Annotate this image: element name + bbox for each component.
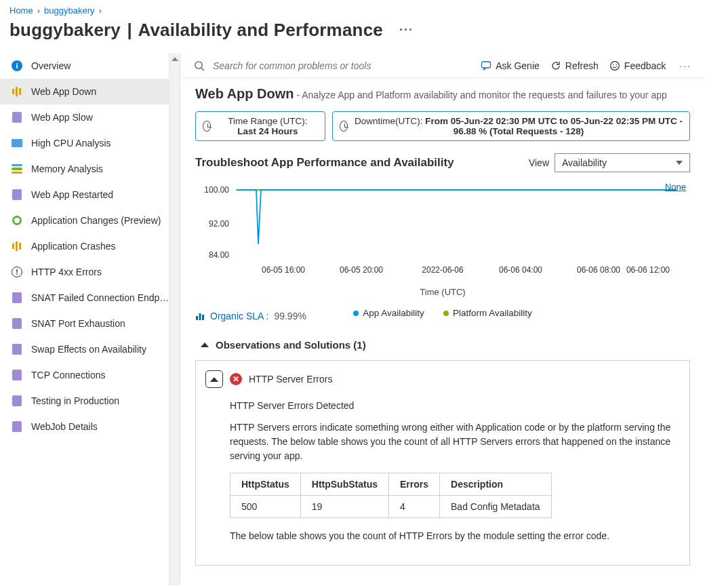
view-value: Availability	[562, 157, 607, 168]
cell-httpstatus: 500	[230, 496, 301, 518]
chart-none-link[interactable]: None	[665, 182, 686, 192]
sidebar-item-restarted[interactable]: Web App Restarted	[0, 182, 169, 208]
title-section: Availability and Performance	[138, 20, 383, 40]
chart-xlabel: Time (UTC)	[195, 287, 690, 297]
smile-icon	[609, 60, 620, 71]
sidebar-item-web-app-down[interactable]: Web App Down	[0, 79, 169, 104]
svg-point-5	[616, 64, 617, 66]
sidebar-item-label: Web App Restarted	[31, 189, 113, 200]
chevron-up-icon	[201, 342, 209, 347]
sidebar-item-label: WebJob Details	[31, 421, 98, 432]
observation-text: HTTP Servers errors indicate something w…	[230, 420, 680, 463]
bars-icon	[11, 240, 23, 252]
svg-point-0	[195, 62, 202, 68]
svg-rect-2	[482, 62, 491, 68]
tile-icon	[11, 292, 23, 304]
svg-point-3	[611, 62, 620, 71]
table-header: Description	[440, 473, 552, 496]
sidebar-item-label: TCP Connections	[31, 370, 105, 380]
time-range-label: Time Range (UTC):	[228, 116, 307, 126]
sidebar-item-snat-port[interactable]: SNAT Port Exhaustion	[0, 311, 169, 336]
breadcrumb-item[interactable]: buggybakery	[44, 5, 94, 16]
sidebar-item-label: Testing in Production	[31, 395, 119, 406]
bars-icon	[11, 85, 23, 98]
legend-app: App Availability	[363, 308, 424, 318]
observation-title: HTTP Server Errors	[249, 374, 332, 385]
availability-chart: None 100.00 92.00 84.00 06-05 16:00 06-0…	[195, 178, 690, 286]
observations-title: Observations and Solutions (1)	[216, 339, 366, 351]
sidebar-item-high-cpu[interactable]: High CPU Analysis	[0, 130, 169, 156]
more-icon[interactable]: ···	[392, 23, 414, 37]
sidebar-item-snat-failed[interactable]: SNAT Failed Connection Endp…	[0, 285, 169, 311]
tile-icon	[11, 111, 23, 123]
search-input[interactable]	[212, 60, 442, 72]
table-row: 500 19 4 Bad Config Metadata	[230, 496, 552, 518]
sidebar-scrollbar[interactable]	[169, 53, 180, 585]
title-app: buggybakery	[9, 20, 121, 40]
exclamation-icon: !	[11, 266, 23, 278]
svg-text:84.00: 84.00	[209, 250, 229, 260]
tile-icon	[11, 420, 23, 433]
view-dropdown[interactable]: Availability	[555, 153, 690, 172]
collapse-toggle[interactable]	[205, 370, 223, 388]
view-label: View	[529, 157, 549, 168]
observation-subtitle: HTTP Server Errors Detected	[230, 400, 680, 411]
sidebar-item-label: Web App Slow	[31, 112, 93, 123]
tile-icon	[11, 189, 23, 201]
sidebar-item-http-4xx[interactable]: ! HTTP 4xx Errors	[0, 259, 169, 285]
sidebar-item-label: Application Changes (Preview)	[31, 215, 161, 226]
clock-icon	[203, 121, 211, 132]
chart-legend: App Availability Platform Availability	[195, 308, 690, 318]
refresh-icon	[550, 60, 561, 71]
search-icon	[194, 60, 205, 71]
tile-icon	[11, 395, 23, 407]
svg-line-1	[201, 68, 204, 71]
downtime-pill[interactable]: Downtime(UTC): From 05-Jun-22 02:30 PM U…	[332, 111, 690, 141]
svg-text:2022-06-06: 2022-06-06	[422, 265, 464, 275]
chevron-right-icon: ›	[37, 5, 40, 16]
time-range-pill[interactable]: Time Range (UTC): Last 24 Hours	[195, 111, 325, 141]
errors-table: HttpStatus HttpSubStatus Errors Descript…	[230, 473, 552, 518]
legend-dot-platform-icon	[443, 311, 449, 316]
svg-point-4	[613, 64, 614, 66]
sidebar-item-label: SNAT Failed Connection Endp…	[31, 292, 169, 303]
svg-text:06-05 20:00: 06-05 20:00	[340, 265, 383, 275]
breadcrumb-home[interactable]: Home	[9, 5, 33, 16]
svg-text:06-05 16:00: 06-05 16:00	[262, 265, 305, 275]
downtime-value: From 05-Jun-22 02:30 PM UTC to 05-Jun-22…	[425, 116, 683, 136]
content: Ask Genie Refresh Feedback ··· Web App D…	[180, 53, 705, 585]
table-header: HttpStatus	[230, 473, 301, 496]
refresh-label: Refresh	[565, 60, 599, 71]
sidebar-item-memory[interactable]: Memory Analysis	[0, 156, 169, 182]
sidebar-item-swap-effects[interactable]: Swap Effects on Availability	[0, 336, 169, 362]
cell-description: Bad Config Metadata	[440, 496, 552, 518]
observation-footer: The below table shows you the count of H…	[230, 529, 680, 543]
refresh-button[interactable]: Refresh	[550, 60, 599, 71]
more-icon[interactable]: ···	[677, 60, 691, 71]
svg-text:06-06 12:00: 06-06 12:00	[626, 265, 670, 275]
sidebar-item-app-changes[interactable]: Application Changes (Preview)	[0, 208, 169, 233]
tile-icon	[11, 369, 23, 381]
downtime-label: Downtime(UTC):	[355, 116, 425, 126]
sidebar-item-web-app-slow[interactable]: Web App Slow	[0, 104, 169, 130]
chevron-down-icon	[676, 161, 683, 165]
sidebar-item-testing-prod[interactable]: Testing in Production	[0, 388, 169, 414]
info-icon: i	[11, 60, 23, 72]
observation-card: ✕ HTTP Server Errors HTTP Server Errors …	[195, 360, 690, 566]
sidebar-item-app-crashes[interactable]: Application Crashes	[0, 233, 169, 259]
sidebar-item-overview[interactable]: i Overview	[0, 53, 169, 79]
detector-title: Web App Down	[195, 86, 294, 101]
ask-genie-button[interactable]: Ask Genie	[481, 60, 540, 71]
sidebar-item-label: Application Crashes	[31, 241, 116, 252]
table-header: HttpSubStatus	[300, 473, 388, 496]
sidebar-item-tcp[interactable]: TCP Connections	[0, 362, 169, 388]
chat-icon	[481, 60, 491, 71]
sidebar-item-label: Overview	[31, 60, 70, 71]
search-box[interactable]	[194, 60, 474, 72]
detector-desc: Analyze App and Platform availability an…	[302, 90, 667, 100]
feedback-button[interactable]: Feedback	[609, 60, 666, 71]
sidebar-item-label: Web App Down	[31, 86, 96, 97]
sidebar-item-webjob[interactable]: WebJob Details	[0, 414, 169, 439]
observations-header[interactable]: Observations and Solutions (1)	[195, 339, 690, 351]
sidebar-item-label: High CPU Analysis	[31, 138, 111, 149]
